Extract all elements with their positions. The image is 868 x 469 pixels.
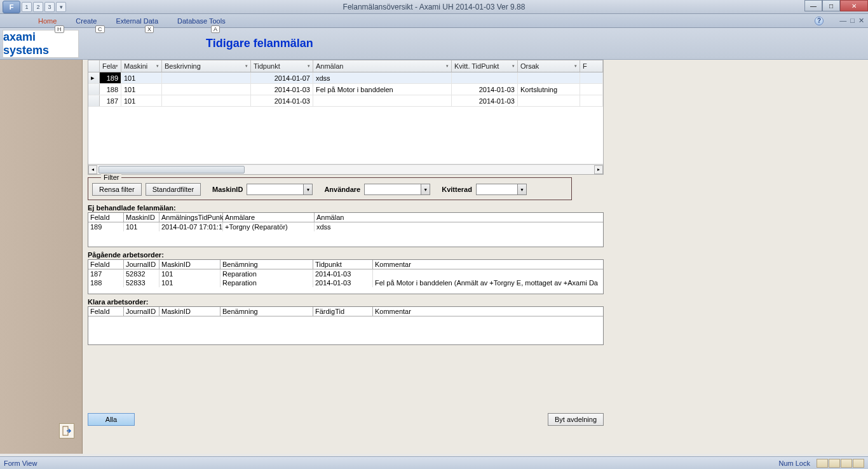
kvitterad-input[interactable] bbox=[477, 184, 517, 194]
cell-last[interactable] bbox=[580, 84, 603, 95]
cell-tidpunkt[interactable]: 2014-01-07 bbox=[251, 72, 313, 83]
scroll-left-icon[interactable]: ◂ bbox=[88, 165, 97, 174]
cell-last[interactable] bbox=[580, 72, 603, 83]
cell-beskrivning[interactable] bbox=[162, 84, 251, 95]
cell-kvitt[interactable] bbox=[452, 72, 518, 83]
col-maskinid[interactable]: MaskinID bbox=[124, 213, 159, 222]
grid-empty-area[interactable] bbox=[88, 107, 603, 164]
scroll-thumb[interactable] bbox=[98, 166, 245, 173]
cell-tidpunkt[interactable]: 2014-01-03 bbox=[251, 95, 313, 106]
qat-customize[interactable]: ▾ bbox=[56, 2, 66, 12]
minimize-button[interactable]: — bbox=[804, 0, 822, 11]
col-tidpunkt[interactable]: Tidpunkt bbox=[313, 260, 373, 269]
table-row[interactable]: 189 101 2014-01-07 17:01:1 +Torgny (Repa… bbox=[88, 222, 603, 231]
col-kommentar[interactable]: Kommentar bbox=[373, 307, 603, 316]
help-button[interactable]: ? bbox=[815, 17, 824, 25]
col-anmalningstidpunkt[interactable]: AnmälningsTidPunk bbox=[159, 213, 223, 222]
grid-select-all[interactable] bbox=[88, 60, 100, 72]
col-felid[interactable]: FelaId bbox=[88, 307, 124, 316]
view-datasheet-icon[interactable] bbox=[829, 459, 840, 468]
col-kvitt-tidpunkt[interactable]: Kvitt. TidPunkt▾ bbox=[452, 60, 518, 72]
col-felid[interactable]: FelaId bbox=[88, 260, 124, 269]
cell-maskinid[interactable]: 101 bbox=[121, 72, 162, 83]
cell-beskrivning[interactable] bbox=[162, 72, 251, 83]
cell-beskrivning[interactable] bbox=[162, 95, 251, 106]
scroll-track[interactable] bbox=[97, 165, 594, 174]
col-anmalare[interactable]: Anmälare bbox=[223, 213, 315, 222]
maskinid-input[interactable] bbox=[247, 184, 303, 194]
view-layout-icon[interactable] bbox=[841, 459, 852, 468]
cell-orsak[interactable] bbox=[518, 95, 580, 106]
cell-orsak[interactable] bbox=[518, 72, 580, 83]
col-journalid[interactable]: JournalID bbox=[124, 307, 159, 316]
row-selector[interactable] bbox=[88, 95, 100, 106]
row-selector[interactable] bbox=[88, 84, 100, 95]
cell-maskinid[interactable]: 101 bbox=[121, 84, 162, 95]
grid-row[interactable]: 187 101 2014-01-03 2014-01-03 bbox=[88, 95, 603, 107]
grid-horizontal-scrollbar[interactable]: ◂ ▸ bbox=[88, 164, 603, 174]
cell-anmalan[interactable] bbox=[313, 95, 452, 106]
col-fardigtid[interactable]: FärdigTid bbox=[313, 307, 373, 316]
kvitterad-combo[interactable]: ▼ bbox=[476, 184, 527, 195]
anvandare-input[interactable] bbox=[365, 184, 421, 194]
mdi-close[interactable]: ✕ bbox=[858, 17, 864, 25]
exit-icon[interactable] bbox=[59, 423, 74, 438]
rensa-filter-button[interactable]: Rensa filter bbox=[92, 183, 142, 196]
navigation-pane[interactable] bbox=[0, 60, 83, 454]
col-beskrivning[interactable]: Beskrivning▾ bbox=[162, 60, 251, 72]
col-last[interactable]: F bbox=[580, 60, 603, 72]
byt-avdelning-button[interactable]: Byt avdelning bbox=[548, 413, 604, 426]
chevron-down-icon[interactable]: ▼ bbox=[421, 184, 430, 194]
col-tidpunkt[interactable]: Tidpunkt▾ bbox=[251, 60, 313, 72]
anvandare-combo[interactable]: ▼ bbox=[364, 184, 430, 195]
chevron-down-icon[interactable]: ▼ bbox=[303, 184, 312, 194]
qat-btn-2[interactable]: 2 bbox=[33, 2, 43, 12]
standardfilter-button[interactable]: Standardfilter bbox=[146, 183, 201, 196]
table-row[interactable]: 188 52833 101 Reparation 2014-01-03 Fel … bbox=[88, 278, 603, 287]
cell-felid[interactable]: 188 bbox=[100, 84, 121, 95]
col-maskinid[interactable]: Maskini▾ bbox=[121, 60, 162, 72]
tab-create[interactable]: Create bbox=[76, 17, 97, 25]
col-felid[interactable]: Fela▾ bbox=[100, 60, 121, 72]
col-felid[interactable]: FelaId bbox=[88, 213, 124, 222]
col-maskinid[interactable]: MaskinID bbox=[159, 307, 220, 316]
maximize-button[interactable]: □ bbox=[822, 0, 840, 11]
cell-tidpunkt[interactable]: 2014-01-03 bbox=[251, 84, 313, 95]
scroll-right-icon[interactable]: ▸ bbox=[594, 165, 603, 174]
cell-felid[interactable]: 187 bbox=[100, 95, 121, 106]
col-orsak[interactable]: Orsak▾ bbox=[518, 60, 580, 72]
cell-orsak[interactable]: Kortslutning bbox=[518, 84, 580, 95]
col-journalid[interactable]: JournalID bbox=[124, 260, 159, 269]
col-kommentar[interactable]: Kommentar bbox=[373, 260, 603, 269]
maskinid-combo[interactable]: ▼ bbox=[247, 184, 313, 195]
col-anmalan[interactable]: Anmälan▾ bbox=[313, 60, 452, 72]
tab-home[interactable]: Home bbox=[38, 17, 57, 25]
qat-btn-3[interactable]: 3 bbox=[44, 2, 55, 12]
chevron-down-icon[interactable]: ▼ bbox=[517, 184, 526, 194]
tab-database-tools[interactable]: Database Tools bbox=[177, 17, 226, 25]
col-benamning[interactable]: Benämning bbox=[220, 307, 313, 316]
view-design-icon[interactable] bbox=[853, 459, 864, 468]
view-form-icon[interactable] bbox=[817, 459, 828, 468]
col-anmalan[interactable]: Anmälan bbox=[315, 213, 603, 222]
tab-external-data[interactable]: External Data bbox=[116, 17, 158, 25]
grid-row[interactable]: ▸ 189 101 2014-01-07 xdss bbox=[88, 72, 603, 84]
cell-anmalan[interactable]: xdss bbox=[313, 72, 452, 83]
alla-button[interactable]: Alla bbox=[88, 413, 135, 426]
col-maskinid[interactable]: MaskinID bbox=[159, 260, 220, 269]
qat-btn-1[interactable]: 1 bbox=[22, 2, 32, 12]
col-benamning[interactable]: Benämning bbox=[220, 260, 313, 269]
table-row[interactable]: 187 52832 101 Reparation 2014-01-03 bbox=[88, 269, 603, 278]
cell-kvitt[interactable]: 2014-01-03 bbox=[452, 95, 518, 106]
grid-row[interactable]: 188 101 2014-01-03 Fel på Motor i bandde… bbox=[88, 84, 603, 95]
cell-felid[interactable]: 189 bbox=[100, 72, 121, 83]
cell-kvitt[interactable]: 2014-01-03 bbox=[452, 84, 518, 95]
cell-anmalan[interactable]: Fel på Motor i banddelen bbox=[313, 84, 452, 95]
close-button[interactable] bbox=[840, 0, 868, 11]
mdi-restore[interactable]: □ bbox=[850, 17, 855, 25]
row-selector[interactable]: ▸ bbox=[88, 72, 100, 83]
mdi-minimize[interactable]: — bbox=[839, 17, 846, 25]
cell-maskinid[interactable]: 101 bbox=[121, 95, 162, 106]
cell-last[interactable] bbox=[580, 95, 603, 106]
office-button[interactable]: F bbox=[3, 1, 20, 13]
